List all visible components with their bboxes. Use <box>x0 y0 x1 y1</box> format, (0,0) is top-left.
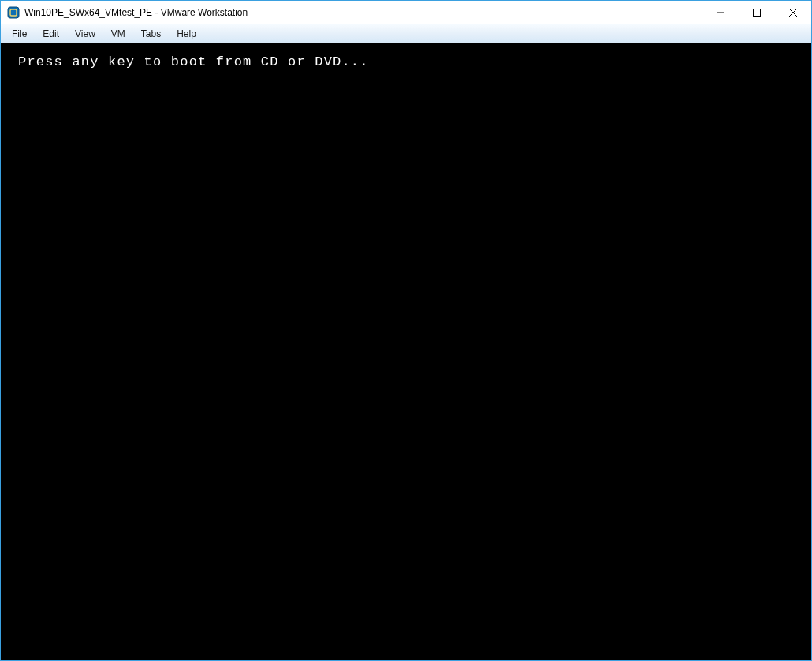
titlebar[interactable]: Win10PE_SWx64_VMtest_PE - VMware Worksta… <box>1 1 811 24</box>
menu-view[interactable]: View <box>67 26 103 42</box>
svg-rect-3 <box>754 9 761 16</box>
app-icon <box>7 6 20 19</box>
minimize-button[interactable] <box>702 1 739 24</box>
vm-display-area[interactable]: Press any key to boot from CD or DVD... <box>1 43 811 660</box>
menu-help[interactable]: Help <box>169 26 204 42</box>
minimize-icon <box>717 9 724 17</box>
menu-file[interactable]: File <box>4 26 35 42</box>
menu-tabs[interactable]: Tabs <box>133 26 169 42</box>
menubar: File Edit View VM Tabs Help <box>1 24 811 43</box>
close-button[interactable] <box>775 1 811 24</box>
window-title: Win10PE_SWx64_VMtest_PE - VMware Worksta… <box>24 7 702 18</box>
menu-edit[interactable]: Edit <box>35 26 67 42</box>
maximize-button[interactable] <box>739 1 775 24</box>
boot-prompt-text: Press any key to boot from CD or DVD... <box>18 54 794 69</box>
app-window: Win10PE_SWx64_VMtest_PE - VMware Worksta… <box>0 0 812 661</box>
svg-rect-0 <box>8 7 19 18</box>
close-icon <box>789 9 797 17</box>
menu-vm[interactable]: VM <box>103 26 133 42</box>
maximize-icon <box>753 9 761 17</box>
window-controls <box>702 1 811 24</box>
